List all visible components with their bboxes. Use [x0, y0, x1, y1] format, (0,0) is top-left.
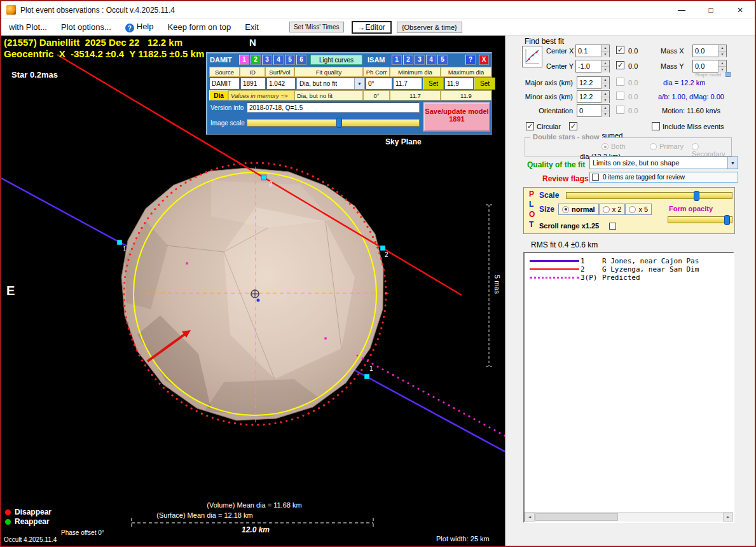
- dia-button[interactable]: Dia: [209, 90, 228, 100]
- major-axis-spinner[interactable]: 12.2 ▲▼: [577, 76, 610, 89]
- mas-scale-bracket: [486, 205, 492, 366]
- orientation-lock-checkbox[interactable]: [616, 106, 624, 114]
- circular-checkbox[interactable]: ✓: [526, 122, 534, 130]
- include-miss-checkbox[interactable]: [652, 122, 660, 130]
- set-min-dia-button[interactable]: Set: [423, 78, 444, 90]
- menu-keep-on-top[interactable]: Keep form on top: [168, 22, 231, 32]
- damit-close-button[interactable]: X: [479, 55, 489, 65]
- damit-model-button-1[interactable]: 1: [239, 55, 249, 65]
- maximize-button[interactable]: □: [696, 1, 725, 19]
- spin-down-icon[interactable]: ▼: [601, 83, 609, 89]
- light-curves-button[interactable]: Light curves: [310, 55, 362, 65]
- set-miss-times-button[interactable]: Set 'Miss' Times: [289, 22, 344, 32]
- form-opacity-slider-thumb[interactable]: [724, 215, 730, 225]
- menu-help[interactable]: ?Help: [125, 22, 154, 33]
- image-scale-slider-thumb[interactable]: [336, 118, 342, 128]
- minor-axis-spinner[interactable]: 12.2 ▲▼: [577, 90, 610, 103]
- size-x5-radio[interactable]: x 5: [625, 204, 652, 215]
- event-marker-blue-d[interactable]: [117, 240, 122, 245]
- center-x-arrows[interactable]: ▲▼: [601, 45, 609, 57]
- major-axis-lock-checkbox[interactable]: [616, 78, 624, 86]
- major-axis-arrows[interactable]: ▲▼: [601, 77, 609, 88]
- spin-up-icon[interactable]: ▲: [601, 60, 609, 67]
- scale-slider[interactable]: [566, 192, 732, 199]
- use-assumed-dia-checkbox[interactable]: ✓: [569, 122, 577, 130]
- spin-up-icon[interactable]: ▲: [718, 60, 726, 67]
- plot-area[interactable]: (21557) Daniellitt 2025 Dec 22 12.2 km G…: [1, 36, 505, 546]
- menu-exit[interactable]: Exit: [245, 22, 259, 32]
- center-y-arrows[interactable]: ▲▼: [601, 60, 609, 72]
- damit-model-button-2[interactable]: 2: [251, 55, 261, 65]
- minor-axis-arrows[interactable]: ▲▼: [601, 91, 609, 102]
- size-x2-radio[interactable]: x 2: [599, 204, 626, 215]
- mass-x-spinner[interactable]: 0.0 ▲▼: [692, 45, 727, 57]
- spin-down-icon[interactable]: ▼: [601, 67, 609, 73]
- orientation-spinner[interactable]: 0 ▲▼: [577, 104, 610, 117]
- isam-button-1[interactable]: 1: [392, 55, 402, 65]
- mass-y-spinner[interactable]: 0.0 ▲▼: [692, 60, 727, 73]
- observation-row[interactable]: 3(P) Predicted: [525, 274, 733, 281]
- spin-down-icon[interactable]: ▼: [718, 52, 726, 57]
- scroll-left-button[interactable]: ◄: [525, 513, 535, 522]
- observation-row[interactable]: 2 G Lyzenga, near San Dim: [525, 265, 733, 273]
- image-scale-slider[interactable]: [247, 119, 420, 127]
- scrollbar-thumb[interactable]: [535, 513, 618, 521]
- spin-up-icon[interactable]: ▲: [601, 91, 609, 97]
- mass-y-arrows[interactable]: ▲▼: [718, 60, 726, 72]
- orientation-arrows[interactable]: ▲▼: [601, 105, 609, 116]
- center-x-spinner[interactable]: 0.1 ▲▼: [575, 45, 610, 57]
- center-y-spinner[interactable]: -1.0 ▲▼: [575, 60, 610, 73]
- event-marker-red-d[interactable]: [261, 175, 266, 180]
- spin-down-icon[interactable]: ▼: [601, 97, 609, 103]
- observation-row[interactable]: 1 R Jones, near Cajon Pas: [525, 257, 733, 265]
- set-max-dia-button[interactable]: Set: [474, 78, 495, 90]
- version-info-field[interactable]: 2018-07-18, Q=1.5: [247, 102, 420, 113]
- damit-model-button-3[interactable]: 3: [262, 55, 272, 65]
- spin-down-icon[interactable]: ▼: [601, 111, 609, 117]
- quality-of-fit-select[interactable]: Limits on size, but no shape ▼: [589, 156, 738, 169]
- damit-model-button-4[interactable]: 4: [273, 55, 284, 65]
- dropdown-arrow-icon[interactable]: ▼: [354, 78, 364, 89]
- damit-help-button[interactable]: ?: [465, 55, 476, 65]
- isam-button-2[interactable]: 2: [403, 55, 413, 65]
- dropdown-arrow-icon[interactable]: ▼: [727, 157, 738, 169]
- spin-up-icon[interactable]: ▲: [601, 45, 609, 52]
- legend-reappear: Reappear: [5, 517, 50, 526]
- isam-button-4[interactable]: 4: [426, 55, 436, 65]
- minor-axis-lock-checkbox[interactable]: [616, 92, 624, 100]
- form-opacity-slider[interactable]: [668, 216, 732, 223]
- isam-button-3[interactable]: 3: [415, 55, 425, 65]
- spin-up-icon[interactable]: ▲: [601, 77, 609, 83]
- size-normal-radio[interactable]: normal: [558, 204, 599, 215]
- spin-down-icon[interactable]: ▼: [601, 52, 609, 57]
- spin-up-icon[interactable]: ▲: [601, 105, 609, 111]
- editor-button[interactable]: →Editor: [352, 21, 392, 34]
- double-stars-secondary-radio[interactable]: Secondary: [692, 142, 731, 158]
- mass-x-arrows[interactable]: ▲▼: [718, 45, 726, 57]
- scale-slider-thumb[interactable]: [694, 191, 699, 201]
- double-stars-primary-radio[interactable]: Primary: [650, 142, 684, 150]
- center-y-lock-checkbox[interactable]: ✓: [616, 61, 624, 69]
- menu-plot-options[interactable]: Plot options...: [61, 22, 111, 32]
- shape-model-checkbox[interactable]: [725, 72, 731, 77]
- observer-time-button[interactable]: {Observer & time}: [397, 22, 462, 33]
- observations-listbox[interactable]: 1 R Jones, near Cajon Pas 2 G Lyzenga, n…: [523, 252, 734, 523]
- find-best-fit-button[interactable]: [522, 46, 542, 67]
- save-update-model-button[interactable]: Save/update model 1891: [423, 102, 490, 132]
- minimize-button[interactable]: —: [667, 1, 696, 19]
- center-x-lock-checkbox[interactable]: ✓: [616, 46, 624, 54]
- review-flags-checkbox[interactable]: [592, 174, 599, 181]
- double-stars-both-radio[interactable]: Both: [601, 142, 626, 150]
- scroll-range-checkbox[interactable]: [609, 223, 616, 230]
- spin-up-icon[interactable]: ▲: [718, 45, 726, 52]
- close-button[interactable]: ✕: [725, 1, 755, 19]
- horizontal-scrollbar[interactable]: ◄ ►: [525, 512, 733, 522]
- damit-model-button-6[interactable]: 6: [296, 55, 306, 65]
- scroll-right-button[interactable]: ►: [723, 513, 733, 522]
- menu-with-plot[interactable]: with Plot...: [9, 22, 47, 32]
- damit-model-button-5[interactable]: 5: [285, 55, 295, 65]
- event-marker-red-r[interactable]: [380, 246, 385, 251]
- isam-button-5[interactable]: 5: [437, 55, 448, 65]
- fit-quality-select[interactable]: Dia, but no fit ▼: [296, 78, 365, 90]
- event-marker-blue-r[interactable]: [364, 374, 369, 379]
